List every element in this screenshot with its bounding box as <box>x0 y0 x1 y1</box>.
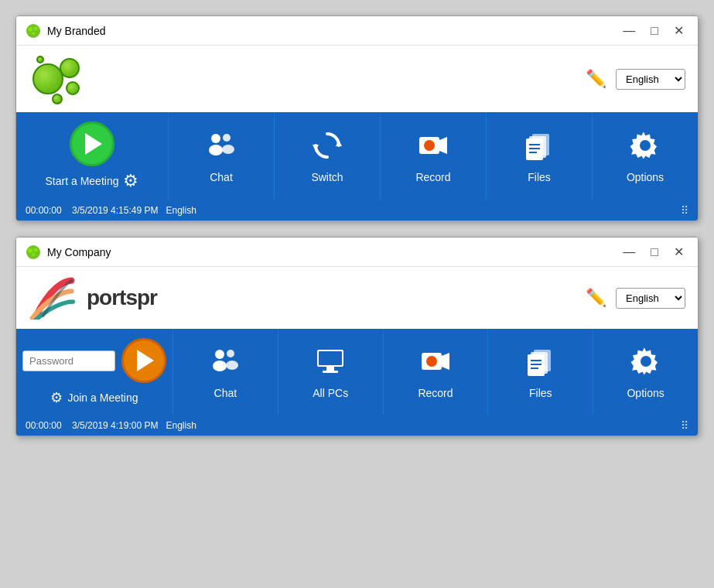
files-icon-1 <box>523 129 555 166</box>
record-btn-1[interactable]: Record <box>381 112 487 200</box>
brand-name: portspr <box>87 285 157 310</box>
all-pcs-icon <box>314 345 347 382</box>
header-area-2: portspr ✏️ English <box>16 267 698 329</box>
svg-marker-34 <box>442 353 449 370</box>
minimize-btn-2[interactable]: — <box>618 244 640 260</box>
record-btn-2[interactable]: Record <box>384 329 489 415</box>
gear-icon-small-1[interactable]: ⚙ <box>123 171 138 191</box>
logo-area-2: portspr <box>29 277 586 320</box>
svg-point-23 <box>32 253 35 256</box>
options-icon-2 <box>630 345 662 382</box>
play-triangle <box>85 133 102 155</box>
svg-point-4 <box>211 134 220 143</box>
minimize-btn-1[interactable]: — <box>618 23 640 39</box>
password-input[interactable] <box>22 350 115 371</box>
svg-point-11 <box>424 140 435 151</box>
pencil-icon-2[interactable]: ✏️ <box>586 288 606 308</box>
options-label-2: Options <box>627 387 664 399</box>
svg-rect-29 <box>319 351 342 365</box>
status-datetime-1: 3/5/2019 4:15:49 PM <box>72 205 158 216</box>
window-title-2: My Company <box>47 246 618 258</box>
chat-icon-2 <box>209 345 241 382</box>
svg-point-19 <box>640 140 651 151</box>
header-area-1: ✏️ English <box>16 46 698 112</box>
bubble-tiny <box>52 94 63 104</box>
status-bar-2: 00:00:00 3/5/2019 4:19:00 PM English ⠿ <box>16 415 698 436</box>
svg-point-24 <box>215 350 224 359</box>
svg-point-7 <box>222 145 234 154</box>
app-icon-1 <box>26 23 41 39</box>
record-label-1: Record <box>415 171 450 183</box>
swoosh-icon <box>29 277 79 320</box>
resize-handle-2[interactable]: ⠿ <box>681 419 688 432</box>
svg-point-21 <box>28 248 32 253</box>
start-meeting-row <box>70 121 114 166</box>
window-controls-1: — □ ✕ <box>618 23 688 39</box>
bubble-xs <box>36 56 44 63</box>
options-btn-1[interactable]: Options <box>593 112 698 200</box>
close-btn-1[interactable]: ✕ <box>669 23 688 39</box>
status-time-1: 00:00:00 <box>26 205 62 216</box>
record-label-2: Record <box>418 387 453 399</box>
title-bar-1: My Branded — □ ✕ <box>16 16 698 46</box>
switch-btn[interactable]: Switch <box>275 112 381 200</box>
status-time-2: 00:00:00 <box>26 420 62 431</box>
status-lang-1: English <box>166 205 196 216</box>
status-bar-1: 00:00:00 3/5/2019 4:15:49 PM English ⠿ <box>16 200 698 220</box>
record-icon-2 <box>419 345 452 382</box>
header-right-1: ✏️ English <box>586 69 685 90</box>
maximize-btn-2[interactable]: □ <box>646 244 663 260</box>
svg-marker-12 <box>439 137 447 154</box>
bubble-medium <box>60 58 80 78</box>
join-meeting-btn[interactable]: ⚙ Join a Meeting <box>16 329 173 415</box>
options-btn-2[interactable]: Options <box>593 329 698 415</box>
files-label-1: Files <box>528 171 551 183</box>
start-meeting-btn[interactable]: Start a Meeting ⚙ <box>16 112 169 200</box>
files-icon-2 <box>524 345 557 382</box>
svg-point-6 <box>223 134 231 142</box>
files-btn-2[interactable]: Files <box>488 329 593 415</box>
options-icon-1 <box>629 129 661 166</box>
close-btn-2[interactable]: ✕ <box>669 244 688 260</box>
logo-area-1 <box>29 52 586 106</box>
record-icon-1 <box>417 129 449 166</box>
play-circle-green <box>70 121 114 166</box>
bubble-small <box>66 81 80 95</box>
window-controls-2: — □ ✕ <box>618 244 688 260</box>
play-triangle-2 <box>137 350 154 371</box>
options-label-1: Options <box>627 171 664 183</box>
chat-btn-2[interactable]: Chat <box>173 329 278 415</box>
files-btn-1[interactable]: Files <box>487 112 593 200</box>
portspr-logo: portspr <box>29 277 157 320</box>
svg-rect-30 <box>326 367 334 371</box>
maximize-btn-1[interactable]: □ <box>646 23 663 39</box>
switch-label: Switch <box>311 171 343 183</box>
svg-point-33 <box>426 356 437 367</box>
svg-point-25 <box>213 361 227 371</box>
toolbar-2: ⚙ Join a Meeting Chat <box>16 329 698 415</box>
gear-icon-join: ⚙ <box>50 389 63 406</box>
toolbar-1: Start a Meeting ⚙ Chat <box>16 112 698 200</box>
header-right-2: ✏️ English <box>586 288 685 309</box>
app-icon-2 <box>26 244 41 260</box>
play-circle-orange <box>121 338 166 383</box>
start-meeting-label: Start a Meeting <box>46 175 119 187</box>
resize-handle-1[interactable]: ⠿ <box>681 204 688 217</box>
files-label-2: Files <box>529 387 552 399</box>
window-my-company: My Company — □ ✕ portspr ✏️ Engli <box>15 237 699 436</box>
svg-point-26 <box>227 350 234 357</box>
svg-point-3 <box>32 32 35 35</box>
chat-btn-1[interactable]: Chat <box>169 112 275 200</box>
all-pcs-btn[interactable]: All PCs <box>278 329 384 415</box>
svg-point-27 <box>226 361 238 370</box>
join-meeting-label: Join a Meeting <box>67 391 138 404</box>
window-title-1: My Branded <box>47 25 618 37</box>
language-select-1[interactable]: English <box>616 69 685 90</box>
switch-icon <box>311 129 343 166</box>
title-bar-2: My Company — □ ✕ <box>16 238 698 267</box>
pencil-icon-1[interactable]: ✏️ <box>586 69 606 89</box>
chat-label-1: Chat <box>210 171 233 183</box>
status-text-2: 00:00:00 3/5/2019 4:19:00 PM English <box>26 420 196 431</box>
all-pcs-label: All PCs <box>313 387 348 399</box>
language-select-2[interactable]: English <box>616 288 685 309</box>
